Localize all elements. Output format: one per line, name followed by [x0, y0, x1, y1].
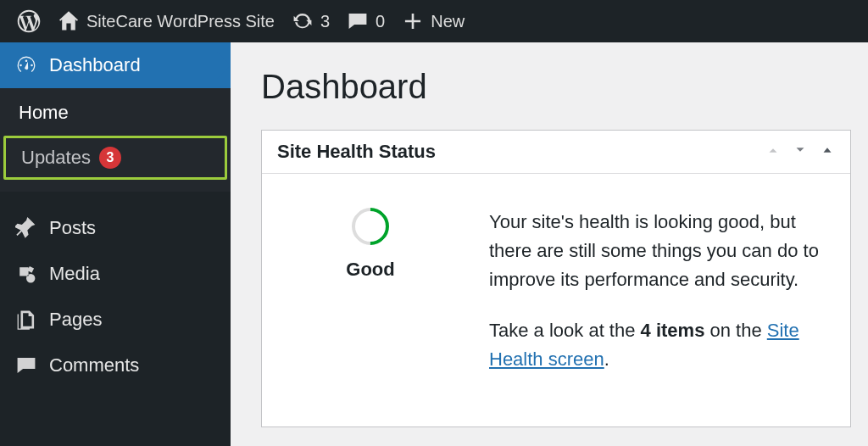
updates-badge: 3	[99, 147, 121, 169]
health-gauge-label: Good	[346, 259, 394, 281]
sidebar-item-pages[interactable]: Pages	[0, 297, 231, 343]
site-name: SiteCare WordPress Site	[86, 12, 275, 31]
sidebar-item-posts[interactable]: Posts	[0, 205, 231, 251]
chevron-up-icon	[765, 142, 781, 158]
health-status-text: Your site's health is looking good, but …	[489, 208, 826, 396]
comments-icon	[15, 354, 37, 376]
health-line1: Your site's health is looking good, but …	[489, 208, 826, 294]
new-link[interactable]: New	[393, 10, 473, 32]
panel-controls	[765, 142, 835, 162]
panel-toggle[interactable]	[820, 142, 835, 162]
health-gauge-wrap: Good	[286, 208, 455, 396]
triangle-up-icon	[820, 142, 835, 158]
sidebar-posts-label: Posts	[49, 217, 96, 239]
chevron-down-icon	[793, 142, 808, 158]
health-line2: Take a look at the 4 items on the Site H…	[489, 316, 826, 374]
health-items-count: 4 items	[641, 320, 705, 341]
comment-icon	[347, 10, 369, 32]
admin-sidebar: Dashboard Home Updates 3 Posts Media Pag…	[0, 42, 231, 446]
sidebar-subitem-updates[interactable]: Updates 3	[3, 136, 227, 180]
panel-body: Good Your site's health is looking good,…	[262, 174, 850, 426]
comments-link[interactable]: 0	[338, 10, 393, 32]
panel-title: Site Health Status	[277, 141, 436, 163]
site-home-link[interactable]: SiteCare WordPress Site	[49, 10, 283, 32]
pin-icon	[15, 217, 37, 239]
health-line2-prefix: Take a look at the	[489, 320, 641, 341]
health-line2-suffix: .	[604, 348, 609, 370]
sidebar-submenu-dashboard: Home Updates 3	[0, 88, 231, 192]
sidebar-item-dashboard[interactable]: Dashboard	[0, 42, 231, 88]
dashboard-icon	[15, 54, 37, 76]
sidebar-item-comments[interactable]: Comments	[0, 343, 231, 388]
new-label: New	[431, 12, 465, 31]
sidebar-home-label: Home	[19, 102, 69, 124]
sidebar-comments-label: Comments	[49, 354, 139, 376]
sidebar-dashboard-label: Dashboard	[49, 54, 141, 76]
main-content: Dashboard Site Health Status Good Your s…	[231, 42, 868, 446]
site-health-panel: Site Health Status Good Your site's heal…	[261, 130, 851, 427]
admin-bar: SiteCare WordPress Site 3 0 New	[0, 0, 868, 42]
sidebar-updates-label: Updates	[21, 147, 91, 169]
sidebar-subitem-home[interactable]: Home	[0, 93, 231, 132]
sidebar-item-media[interactable]: Media	[0, 251, 231, 297]
health-line2-mid: on the	[704, 320, 766, 341]
sidebar-pages-label: Pages	[49, 309, 102, 331]
media-icon	[15, 263, 37, 285]
comments-count: 0	[376, 12, 385, 31]
updates-count: 3	[320, 12, 330, 31]
home-icon	[58, 10, 80, 32]
updates-link[interactable]: 3	[283, 10, 338, 32]
plus-icon	[402, 10, 424, 32]
sidebar-media-label: Media	[49, 263, 100, 285]
panel-move-down[interactable]	[793, 142, 808, 162]
page-title: Dashboard	[261, 68, 851, 106]
wordpress-logo-icon	[17, 9, 41, 33]
panel-header: Site Health Status	[262, 131, 850, 174]
pages-icon	[15, 309, 37, 331]
refresh-icon	[292, 10, 314, 32]
health-gauge-icon	[344, 200, 397, 253]
panel-move-up[interactable]	[765, 142, 781, 162]
wordpress-logo[interactable]	[8, 9, 49, 33]
